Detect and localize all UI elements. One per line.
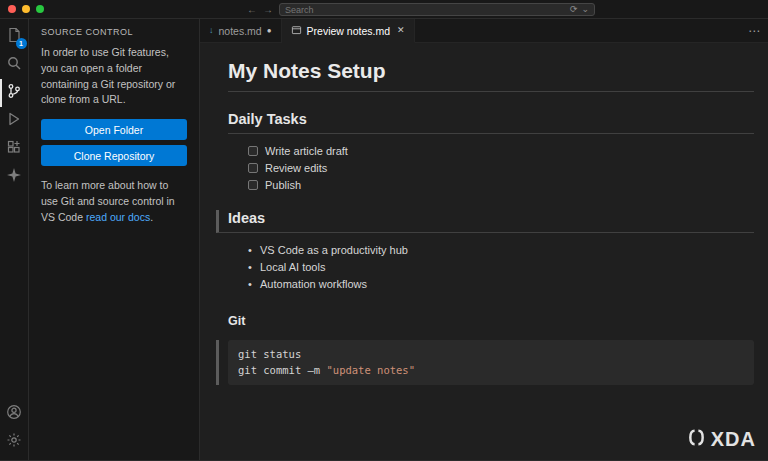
code-string: "update notes" <box>327 364 416 376</box>
tab-preview-notes-md[interactable]: Preview notes.md ✕ <box>282 19 415 43</box>
xda-logo-icon <box>687 428 706 451</box>
sidebar-item-extensions[interactable] <box>0 135 29 163</box>
tab-bar: ↓ notes.md ● Preview notes.md ✕ ⋯ <box>200 19 768 43</box>
manage-button[interactable] <box>0 428 29 456</box>
run-debug-icon <box>6 111 22 131</box>
markdown-preview-icon <box>291 25 302 36</box>
task-list: Write article draft Review edits Publish <box>228 145 754 191</box>
sync-icon[interactable]: ⟳ <box>570 5 578 14</box>
main-area: 1 <box>0 19 768 460</box>
sidebar-item-search[interactable] <box>0 51 29 79</box>
task-label: Review edits <box>265 162 327 174</box>
clone-repository-button[interactable]: Clone Repository <box>41 145 187 166</box>
ideas-list: VS Code as a productivity hub Local AI t… <box>228 244 754 290</box>
extensions-icon <box>6 139 22 159</box>
list-item: Local AI tools <box>248 261 754 273</box>
search-input[interactable] <box>285 5 566 15</box>
editor-more-actions-icon[interactable]: ⋯ <box>748 19 760 43</box>
code-line: git commit —m "update notes" <box>238 364 415 376</box>
traffic-lights <box>8 5 44 13</box>
open-folder-button[interactable]: Open Folder <box>41 119 187 140</box>
back-icon[interactable]: ← <box>247 5 257 15</box>
markdown-preview-pane: My Notes Setup Daily Tasks Write article… <box>200 43 768 460</box>
forward-icon[interactable]: → <box>263 5 273 15</box>
tab-label: Preview notes.md <box>307 25 390 37</box>
docs-text-after: . <box>150 211 153 223</box>
sidebar-title: SOURCE CONTROL <box>29 19 199 45</box>
sidebar-item-source-control[interactable] <box>0 79 29 107</box>
list-item: VS Code as a productivity hub <box>248 244 754 256</box>
task-label: Write article draft <box>265 145 348 157</box>
read-our-docs-link[interactable]: read our docs <box>86 211 150 223</box>
sidebar-item-run-debug[interactable] <box>0 107 29 135</box>
editor-group: ↓ notes.md ● Preview notes.md ✕ ⋯ My Not… <box>200 19 768 460</box>
gear-icon <box>6 432 22 452</box>
activity-bar: 1 <box>0 19 29 460</box>
minimize-window-button[interactable] <box>22 5 30 13</box>
code-block: git status git commit —m "update notes" <box>228 340 754 385</box>
git-heading: Git <box>228 314 754 328</box>
scm-docs-text: To learn more about how to use Git and s… <box>41 178 187 225</box>
task-label: Publish <box>265 179 301 191</box>
markdown-file-icon: ↓ <box>209 26 214 35</box>
close-tab-icon[interactable]: ✕ <box>397 26 405 35</box>
tab-notes-md[interactable]: ↓ notes.md ● <box>200 19 282 42</box>
daily-tasks-heading: Daily Tasks <box>228 111 754 134</box>
task-checkbox[interactable] <box>248 163 258 173</box>
copilot-sparkle-icon <box>6 167 22 187</box>
close-window-button[interactable] <box>8 5 16 13</box>
tab-label: notes.md <box>219 25 262 37</box>
sidebar-item-copilot[interactable] <box>0 163 29 191</box>
source-control-panel: SOURCE CONTROL In order to use Git featu… <box>29 19 200 460</box>
preview-title: My Notes Setup <box>228 59 754 92</box>
accounts-button[interactable] <box>0 400 29 428</box>
vscode-window: ← → ⟳ ⌄ 1 <box>0 0 768 461</box>
scm-intro-text: In order to use Git features, you can op… <box>41 45 187 108</box>
command-center-search[interactable]: ⟳ ⌄ <box>279 3 595 16</box>
modified-dot-icon[interactable]: ● <box>267 27 272 35</box>
task-item: Publish <box>248 179 754 191</box>
explorer-badge: 1 <box>16 38 27 49</box>
title-bar: ← → ⟳ ⌄ <box>0 0 768 19</box>
source-control-icon <box>6 83 22 103</box>
code-block-wrapper: git status git commit —m "update notes" <box>216 340 754 385</box>
task-item: Review edits <box>248 162 754 174</box>
watermark-text: XDA <box>711 428 756 451</box>
zoom-window-button[interactable] <box>36 5 44 13</box>
sidebar-item-explorer[interactable]: 1 <box>0 23 29 51</box>
titlebar-center: ← → ⟳ ⌄ <box>247 0 595 19</box>
search-icon <box>6 55 22 75</box>
chevron-down-icon[interactable]: ⌄ <box>581 5 589 14</box>
code-line: git status <box>238 348 301 360</box>
watermark: XDA <box>687 428 756 451</box>
task-item: Write article draft <box>248 145 754 157</box>
ideas-heading: Ideas <box>216 210 754 233</box>
task-checkbox[interactable] <box>248 180 258 190</box>
task-checkbox[interactable] <box>248 146 258 156</box>
account-icon <box>6 404 22 424</box>
list-item: Automation workflows <box>248 278 754 290</box>
